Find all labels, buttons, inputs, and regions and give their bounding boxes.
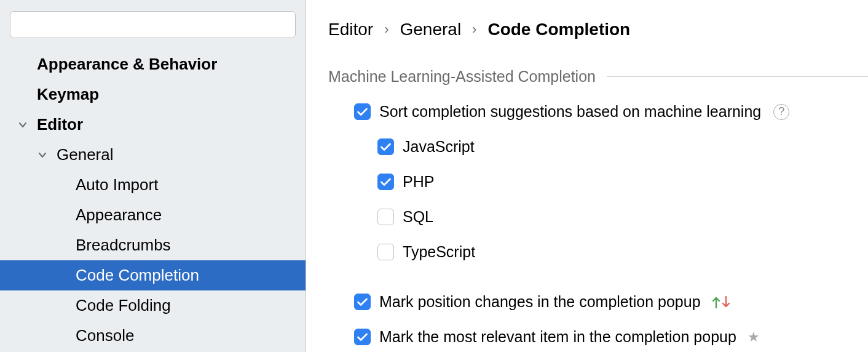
sidebar-item-keymap[interactable]: Keymap <box>0 79 306 110</box>
help-icon[interactable]: ? <box>773 104 789 120</box>
checkbox-sort-ml[interactable] <box>354 103 371 120</box>
option-label: Mark the most relevant item in the compl… <box>379 328 736 346</box>
sidebar-item-code-folding[interactable]: Code Folding <box>0 290 306 321</box>
option-label: Sort completion suggestions based on mac… <box>379 103 761 121</box>
sidebar-item-label: Appearance <box>76 206 162 225</box>
chevron-right-icon: › <box>384 22 389 38</box>
sidebar-item-label: General <box>57 145 114 164</box>
option-lang-typescript[interactable]: TypeScript <box>328 243 868 261</box>
arrows-up-down-icon <box>712 295 730 309</box>
chevron-right-icon: › <box>472 22 476 38</box>
breadcrumb-item-general[interactable]: General <box>400 20 461 39</box>
checkbox-mark-relevant[interactable] <box>354 329 371 345</box>
sidebar-item-label: Code Completion <box>76 266 199 285</box>
option-mark-position[interactable]: Mark position changes in the completion … <box>328 293 868 311</box>
option-sort-ml[interactable]: Sort completion suggestions based on mac… <box>328 103 868 121</box>
checkbox-lang-php[interactable] <box>377 174 394 190</box>
chevron-down-icon[interactable] <box>38 151 57 159</box>
option-label: TypeScript <box>403 243 475 261</box>
checkbox-lang-javascript[interactable] <box>377 138 394 155</box>
checkbox-mark-position[interactable] <box>354 294 371 310</box>
sidebar-item-label: Keymap <box>37 85 99 104</box>
section-title: Machine Learning-Assisted Completion <box>328 68 596 86</box>
sidebar-item-appearance-behavior[interactable]: Appearance & Behavior <box>0 49 306 79</box>
star-icon: ★ <box>748 329 760 345</box>
option-lang-php[interactable]: PHP <box>328 173 868 191</box>
section-header: Machine Learning-Assisted Completion <box>328 68 868 86</box>
breadcrumb-item-current: Code Completion <box>487 20 630 39</box>
sidebar-item-console[interactable]: Console <box>0 321 306 351</box>
sidebar-item-label: Console <box>76 326 134 345</box>
option-label: Mark position changes in the completion … <box>379 293 701 311</box>
divider <box>607 76 868 77</box>
option-label: SQL <box>403 208 433 226</box>
sidebar-item-label: Code Folding <box>76 296 171 315</box>
sidebar-item-breadcrumbs[interactable]: Breadcrumbs <box>0 230 306 260</box>
sidebar-item-label: Appearance & Behavior <box>37 55 217 74</box>
settings-content: Editor › General › Code Completion Machi… <box>306 0 868 352</box>
sidebar-item-general[interactable]: General <box>0 140 306 170</box>
sidebar-item-auto-import[interactable]: Auto Import <box>0 170 306 200</box>
option-lang-sql[interactable]: SQL <box>328 208 868 226</box>
checkbox-lang-sql[interactable] <box>377 209 394 225</box>
search-input[interactable] <box>10 11 296 38</box>
chevron-down-icon[interactable] <box>18 121 37 129</box>
sidebar-item-label: Auto Import <box>76 175 158 194</box>
option-label: PHP <box>403 173 434 191</box>
sidebar-item-appearance[interactable]: Appearance <box>0 200 306 230</box>
sidebar-item-code-completion[interactable]: Code Completion <box>0 260 306 290</box>
breadcrumb: Editor › General › Code Completion <box>328 20 868 39</box>
settings-sidebar: Appearance & BehaviorKeymapEditorGeneral… <box>0 0 306 352</box>
option-mark-relevant[interactable]: Mark the most relevant item in the compl… <box>328 328 868 346</box>
checkbox-lang-typescript[interactable] <box>377 244 394 260</box>
option-lang-javascript[interactable]: JavaScript <box>328 138 868 156</box>
sidebar-item-editor[interactable]: Editor <box>0 110 306 140</box>
sidebar-item-label: Editor <box>37 115 83 134</box>
breadcrumb-item-editor[interactable]: Editor <box>328 20 373 39</box>
option-label: JavaScript <box>403 138 475 156</box>
sidebar-item-label: Breadcrumbs <box>76 236 171 255</box>
